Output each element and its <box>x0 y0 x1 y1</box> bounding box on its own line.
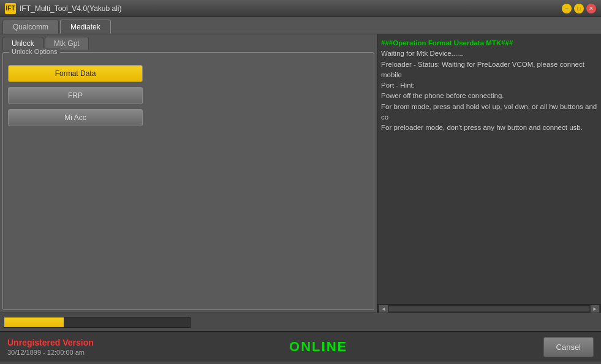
datetime-label: 30/12/1899 - 12:00:00 am <box>7 349 94 356</box>
progress-bar-inner <box>4 317 64 327</box>
unlock-options-legend: Unlock Options <box>9 48 60 55</box>
log-line-2: Waiting for Mtk Device...... <box>381 48 597 59</box>
log-line-8: Power off the phone before connecting. <box>381 91 597 101</box>
app-icon: IFT <box>5 3 16 14</box>
window-controls: – □ ✕ <box>562 4 596 13</box>
cancel-button[interactable]: Cansel <box>543 337 594 357</box>
status-center: ONLINE <box>94 339 543 355</box>
progress-bar-outer <box>4 317 191 328</box>
unregistered-label: Unregistered Version <box>7 338 94 347</box>
maximize-button[interactable]: □ <box>574 4 584 13</box>
scrollbar-left-arrow[interactable]: ◄ <box>379 305 388 313</box>
unlock-buttons: Format Data FRP Mi Acc <box>8 65 143 126</box>
log-line-1: ###Operation Format Userdata MTK### <box>381 38 597 48</box>
tab-qualcomm[interactable]: Qualcomm <box>2 20 59 34</box>
log-line-9: For brom mode, press and hold vol up, vo… <box>381 102 597 123</box>
format-data-button[interactable]: Format Data <box>8 65 143 82</box>
log-line-4: Preloader - Status: Waiting for PreLoade… <box>381 59 597 81</box>
scrollbar-track[interactable] <box>388 306 590 312</box>
main-tabs: Qualcomm Mediatek <box>0 17 601 34</box>
frp-button[interactable]: FRP <box>8 87 143 104</box>
online-status: ONLINE <box>289 339 347 354</box>
log-area: ###Operation Format Userdata MTK### Wait… <box>377 34 601 304</box>
status-bar: Unregistered Version 30/12/1899 - 12:00:… <box>0 331 601 362</box>
status-left: Unregistered Version 30/12/1899 - 12:00:… <box>7 338 94 356</box>
title-bar: IFT IFT_Multi_Tool_V4.0(Yakub ali) – □ ✕ <box>0 0 601 17</box>
progress-bar-area <box>0 313 601 331</box>
right-panel: ###Operation Format Userdata MTK### Wait… <box>377 34 601 313</box>
scrollbar-right-arrow[interactable]: ► <box>590 305 600 313</box>
log-line-10: For preloader mode, don't press any hw b… <box>381 123 597 133</box>
log-line-6: Port - Hint: <box>381 80 597 91</box>
left-panel: Unlock Mtk Gpt Unlock Options Format Dat… <box>0 34 377 313</box>
log-scrollbar: ◄ ► <box>377 304 601 313</box>
minimize-button[interactable]: – <box>562 4 572 13</box>
window-title: IFT_Multi_Tool_V4.0(Yakub ali) <box>20 4 562 13</box>
unlock-options-container: Unlock Options Format Data FRP Mi Acc <box>2 52 374 310</box>
close-button[interactable]: ✕ <box>586 4 596 13</box>
tab-mediatek[interactable]: Mediatek <box>60 20 111 34</box>
mi-acc-button[interactable]: Mi Acc <box>8 109 143 126</box>
content-area: Unlock Mtk Gpt Unlock Options Format Dat… <box>0 34 601 313</box>
